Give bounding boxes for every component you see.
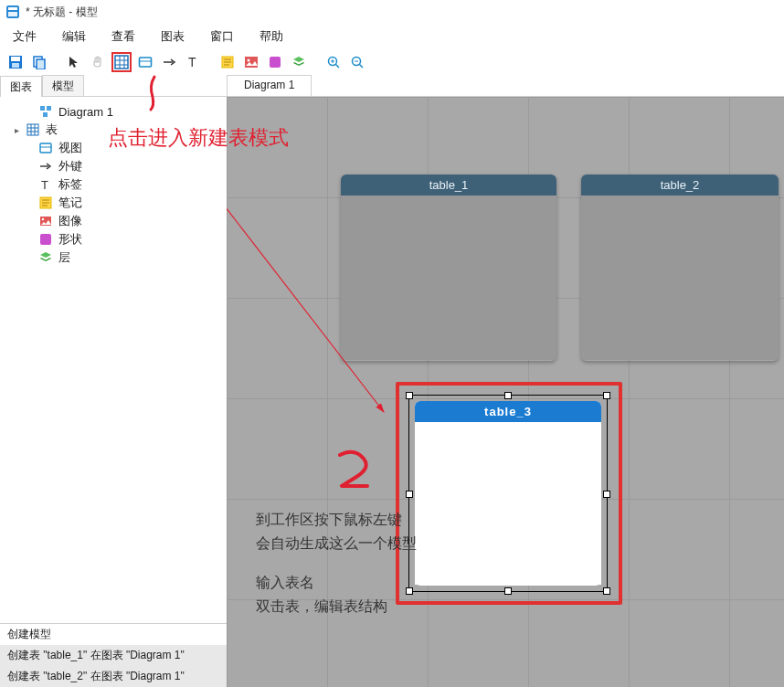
svg-rect-49: [40, 234, 51, 245]
tree-item-label: 层: [58, 249, 70, 266]
svg-rect-4: [11, 57, 20, 61]
svg-rect-1: [8, 7, 17, 10]
pointer-tool[interactable]: [64, 52, 84, 72]
tree-item-note[interactable]: 笔记: [4, 194, 223, 212]
image-tool[interactable]: [241, 52, 261, 72]
diagram-icon: [38, 104, 53, 119]
new-table-tool[interactable]: [111, 52, 132, 72]
label-tool[interactable]: T: [183, 52, 203, 72]
svg-rect-5: [12, 63, 19, 68]
side-tab-diagram[interactable]: 图表: [0, 76, 42, 97]
view-tool[interactable]: [135, 52, 155, 72]
zoom-in-tool[interactable]: [323, 52, 344, 72]
tree-item-table[interactable]: ▸ 表: [4, 121, 223, 139]
menu-help[interactable]: 帮助: [252, 25, 291, 48]
svg-rect-33: [43, 112, 48, 117]
svg-rect-32: [47, 106, 51, 111]
svg-rect-13: [140, 58, 152, 67]
table-body-editing[interactable]: [415, 422, 601, 585]
label-icon: T: [38, 177, 53, 192]
db-table-1[interactable]: table_1: [341, 174, 556, 361]
table-body: [341, 196, 556, 360]
svg-rect-34: [27, 124, 38, 135]
history-row[interactable]: 创建表 "table_1" 在图表 "Diagram 1": [0, 645, 227, 666]
layer-icon: [38, 250, 53, 265]
fk-tool[interactable]: [159, 52, 179, 72]
tree-item-layer[interactable]: 层: [4, 248, 223, 267]
resize-handle-n[interactable]: [504, 392, 512, 399]
shape-tool[interactable]: [265, 52, 285, 72]
title-bar: * 无标题 - 模型: [0, 0, 784, 24]
table-body: [581, 196, 779, 360]
tree-item-shape[interactable]: 形状: [4, 230, 223, 248]
annotation-step2-number: [327, 444, 376, 503]
menu-window[interactable]: 窗口: [203, 25, 241, 48]
diagram-canvas[interactable]: table_1 table_2 table_3: [227, 97, 784, 687]
db-table-3[interactable]: table_3: [415, 401, 601, 586]
app-icon: [5, 5, 20, 19]
db-table-2[interactable]: table_2: [581, 174, 779, 361]
side-panel: 图表 模型 Diagram 1 ▸ 表 视图 外键: [0, 75, 227, 687]
tree-item-label: 图像: [58, 213, 82, 229]
svg-text:T: T: [41, 178, 48, 191]
svg-text:T: T: [188, 55, 196, 69]
annotation-line: 输入表名: [256, 571, 417, 595]
view-icon: [38, 141, 53, 155]
image-icon: [38, 214, 53, 228]
annotation-line: 到工作区按下鼠标左键: [256, 508, 417, 532]
hand-tool[interactable]: [88, 52, 108, 72]
tree-item-image[interactable]: 图像: [4, 212, 223, 230]
tree-item-label: 形状: [58, 231, 82, 248]
tree-item-view[interactable]: 视图: [4, 139, 223, 157]
history-row[interactable]: 创建模型: [0, 624, 227, 645]
layer-tool[interactable]: [289, 52, 309, 72]
menu-file[interactable]: 文件: [5, 25, 44, 48]
svg-rect-39: [40, 143, 51, 153]
tree-item-diagram[interactable]: Diagram 1: [4, 102, 223, 121]
svg-line-25: [336, 65, 340, 69]
tree-item-label: 视图: [58, 140, 82, 156]
menu-bar: 文件 编辑 查看 图表 窗口 帮助: [0, 24, 784, 49]
resize-handle-s[interactable]: [504, 587, 512, 595]
save-button[interactable]: [5, 52, 26, 72]
fk-icon: [38, 159, 53, 174]
resize-handle-se[interactable]: [603, 587, 610, 595]
resize-handle-sw[interactable]: [406, 587, 413, 595]
copy-button[interactable]: [29, 52, 49, 72]
shape-icon: [38, 232, 53, 247]
note-icon: [38, 196, 53, 210]
resize-handle-w[interactable]: [406, 491, 413, 498]
window-title: * 无标题 - 模型: [26, 5, 98, 20]
note-tool[interactable]: [217, 52, 238, 72]
history-panel: 创建模型 创建表 "table_1" 在图表 "Diagram 1" 创建表 "…: [0, 623, 227, 687]
history-row[interactable]: 创建表 "table_2" 在图表 "Diagram 1": [0, 666, 227, 687]
svg-rect-7: [37, 59, 45, 69]
sidebar-tree[interactable]: Diagram 1 ▸ 表 视图 外键 T 标签: [0, 97, 227, 623]
side-tabs: 图表 模型: [0, 75, 227, 97]
resize-handle-e[interactable]: [603, 491, 610, 498]
main-area: 图表 模型 Diagram 1 ▸ 表 视图 外键: [0, 75, 784, 687]
svg-rect-31: [40, 106, 45, 111]
tree-item-fk[interactable]: 外键: [4, 157, 223, 175]
tree-item-label: 外键: [58, 158, 82, 174]
menu-diagram[interactable]: 图表: [154, 25, 192, 48]
zoom-out-tool[interactable]: [347, 52, 367, 72]
expand-icon[interactable]: ▸: [13, 125, 20, 135]
tree-item-label: 标签: [58, 176, 82, 193]
resize-handle-nw[interactable]: [406, 392, 413, 399]
side-tab-model[interactable]: 模型: [42, 75, 84, 96]
resize-handle-ne[interactable]: [603, 392, 610, 399]
tree-item-label: 笔记: [58, 195, 82, 211]
menu-edit[interactable]: 编辑: [55, 25, 93, 48]
svg-rect-8: [115, 56, 128, 69]
table-header: table_2: [581, 174, 779, 196]
canvas-area: Diagram 1 table_1 table_2: [227, 75, 784, 687]
tree-item-label[interactable]: T 标签: [4, 175, 223, 194]
svg-point-48: [42, 218, 44, 220]
tree-item-label: 表: [46, 122, 58, 138]
menu-view[interactable]: 查看: [104, 25, 143, 48]
canvas-tab-diagram1[interactable]: Diagram 1: [227, 75, 312, 96]
annotation-line: 会自动生成这么一个模型: [256, 532, 417, 555]
tool-bar: T: [0, 49, 784, 75]
table-header: table_1: [341, 174, 556, 196]
